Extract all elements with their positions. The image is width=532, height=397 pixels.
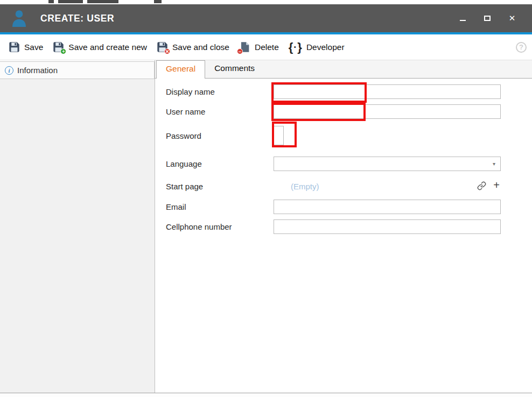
- help-icon: ?: [519, 43, 523, 51]
- password-input[interactable]: [274, 126, 284, 145]
- save-and-close-label: Save and close: [172, 42, 229, 52]
- start-page-row: Start page (Empty) +: [166, 179, 501, 194]
- close-badge-icon: ✕: [164, 48, 170, 54]
- user-name-label: User name: [166, 107, 274, 116]
- start-page-field: (Empty) +: [274, 179, 501, 194]
- cellphone-input[interactable]: [274, 219, 501, 234]
- add-start-page-icon[interactable]: +: [493, 179, 500, 192]
- start-page-empty-value[interactable]: (Empty): [291, 182, 319, 191]
- save-close-icon: ✕: [157, 41, 168, 53]
- toolbar: Save + Save and create new: [0, 34, 532, 60]
- minimize-icon: [460, 20, 466, 21]
- background-window-clip: [0, 0, 532, 4]
- tab-general[interactable]: General: [156, 60, 205, 79]
- sidebar-item-information[interactable]: i Information: [0, 61, 155, 79]
- save-and-create-new-label: Save and create new: [68, 42, 147, 52]
- save-create-new-icon: +: [53, 41, 64, 53]
- clipped-text-fragment: [154, 0, 162, 3]
- cellphone-label: Cellphone number: [166, 222, 274, 231]
- save-and-create-new-button[interactable]: + Save and create new: [48, 38, 152, 56]
- clipped-text-fragment: [58, 0, 83, 3]
- help-button[interactable]: ?: [516, 42, 527, 53]
- maximize-button[interactable]: [475, 4, 500, 32]
- create-user-window: CREATE: USER ✕ Save: [0, 0, 532, 397]
- user-name-row: User name: [166, 104, 501, 119]
- close-icon: ✕: [509, 13, 516, 23]
- brace-dot: ·: [293, 42, 297, 53]
- password-label: Password: [166, 131, 274, 140]
- minimize-button[interactable]: [450, 4, 475, 32]
- window-controls: ✕: [450, 4, 524, 32]
- close-button[interactable]: ✕: [500, 4, 524, 32]
- link-icon[interactable]: [477, 181, 486, 193]
- email-input[interactable]: [274, 200, 501, 214]
- display-name-input[interactable]: [274, 84, 501, 99]
- email-row: Email: [166, 199, 501, 214]
- developer-braces-icon: { · }: [289, 42, 302, 53]
- save-button[interactable]: Save: [4, 38, 48, 56]
- left-panel-body: [0, 79, 155, 393]
- language-label: Language: [166, 159, 274, 168]
- information-tab-label: Information: [17, 66, 58, 75]
- language-row: Language ▾: [166, 156, 501, 171]
- chevron-down-icon: ▾: [493, 161, 495, 167]
- start-page-label: Start page: [166, 182, 274, 191]
- clipped-text-fragment: [48, 0, 54, 3]
- left-panel: i Information: [0, 60, 155, 393]
- window-bottom-edge: [0, 393, 532, 397]
- password-row: Password: [166, 122, 284, 149]
- brace-open: {: [289, 42, 293, 53]
- display-name-label: Display name: [166, 87, 274, 96]
- developer-button[interactable]: { · } Developer: [284, 39, 350, 56]
- brace-close: }: [297, 42, 302, 53]
- clipped-text-fragment: [87, 0, 118, 3]
- window-title: CREATE: USER: [40, 13, 114, 24]
- save-label: Save: [24, 42, 43, 52]
- minus-badge-icon: −: [237, 48, 243, 54]
- titlebar: CREATE: USER ✕: [0, 4, 532, 32]
- developer-label: Developer: [306, 42, 345, 52]
- plus-badge-icon: +: [60, 48, 66, 54]
- right-panel: General Comments Display name User name …: [155, 60, 532, 393]
- save-and-close-button[interactable]: ✕ Save and close: [152, 38, 235, 56]
- email-label: Email: [166, 202, 274, 211]
- general-tab-content: Display name User name Password Language…: [155, 79, 532, 393]
- delete-label: Delete: [255, 42, 279, 52]
- language-dropdown[interactable]: ▾: [274, 157, 501, 171]
- cellphone-row: Cellphone number: [166, 219, 501, 234]
- save-icon: [9, 41, 20, 53]
- user-person-icon: [12, 10, 26, 27]
- tab-strip: General Comments: [155, 60, 532, 79]
- user-name-input[interactable]: [274, 104, 501, 119]
- display-name-row: Display name: [166, 84, 501, 99]
- maximize-icon: [484, 16, 491, 21]
- delete-icon: −: [239, 41, 250, 53]
- info-icon: i: [5, 66, 13, 75]
- tab-comments[interactable]: Comments: [205, 60, 264, 78]
- delete-button[interactable]: − Delete: [235, 38, 284, 56]
